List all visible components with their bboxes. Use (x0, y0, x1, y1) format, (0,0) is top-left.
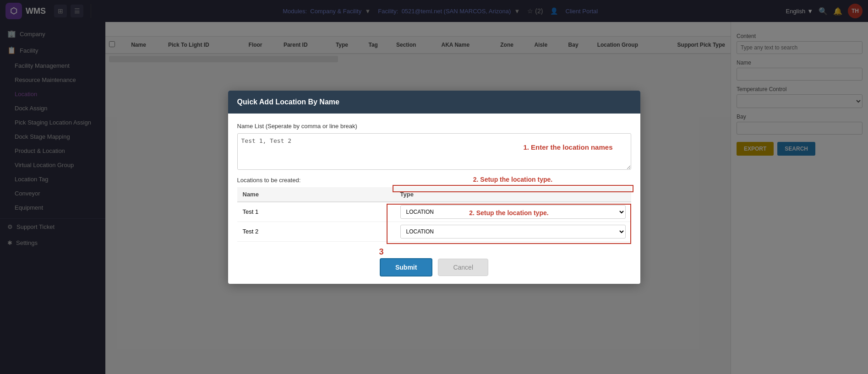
table-row: Test 1 2. Setup the location type. LOCAT… (237, 202, 631, 222)
row2-name: Test 2 (237, 222, 395, 241)
row2-type-cell: LOCATION DOCK STAGING VIRTUAL (395, 222, 631, 241)
modal-table-header: Name Type (237, 187, 631, 202)
step3-label: 3 (379, 247, 384, 257)
textarea-wrapper: Test 1, Test 2 1. Enter the location nam… (237, 133, 631, 171)
submit-button[interactable]: Submit (380, 258, 432, 276)
row1-type-select[interactable]: LOCATION DOCK STAGING VIRTUAL (400, 205, 626, 219)
name-list-textarea[interactable]: Test 1, Test 2 (237, 133, 631, 170)
row2-type-select[interactable]: LOCATION DOCK STAGING VIRTUAL (400, 225, 626, 238)
modal-col-type: Type (395, 187, 631, 202)
modal-title: Quick Add Location By Name (237, 98, 339, 106)
table-row: Test 2 LOCATION DOCK STAGING VIRTUAL (237, 222, 631, 241)
quick-add-modal: Quick Add Location By Name Name List (Se… (228, 91, 640, 284)
modal-body: Name List (Seperate by comma or line bre… (228, 114, 640, 251)
modal-table-wrapper: Name Type Test 1 2. Setup the location t… (237, 187, 631, 242)
modal-footer: 3 Submit Cancel (228, 251, 640, 284)
modal-header: Quick Add Location By Name (228, 91, 640, 114)
row1-type-cell: 2. Setup the location type. LOCATION DOC… (395, 202, 631, 222)
cancel-button[interactable]: Cancel (438, 259, 488, 276)
name-list-label: Name List (Seperate by comma or line bre… (237, 123, 631, 130)
locations-table: Name Type Test 1 2. Setup the location t… (237, 187, 631, 242)
modal-col-name: Name (237, 187, 395, 202)
row1-name: Test 1 (237, 202, 395, 222)
modal-overlay[interactable]: Quick Add Location By Name Name List (Se… (0, 0, 868, 374)
locations-to-create-label: Locations to be created: (237, 177, 631, 184)
